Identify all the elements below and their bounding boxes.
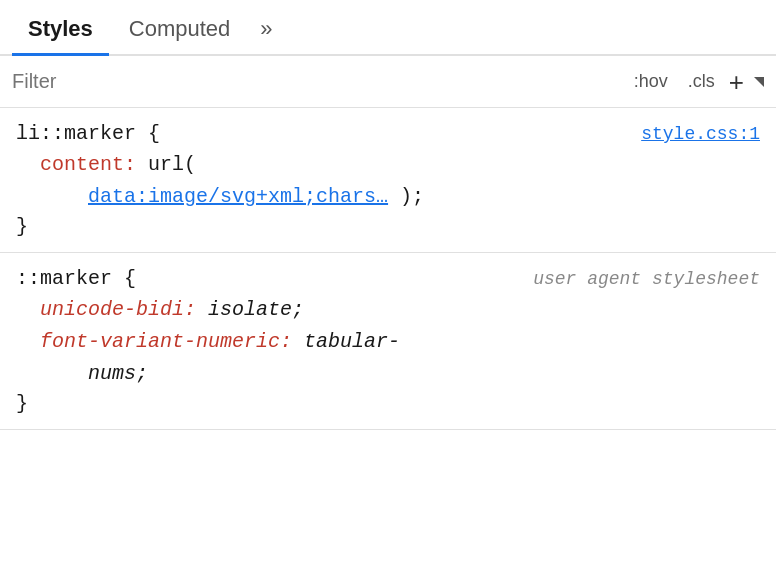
property-value-prefix: url( xyxy=(148,153,196,176)
property-name-font-variant: font-variant-numeric: xyxy=(40,330,292,353)
source-link-1[interactable]: style.css:1 xyxy=(641,124,760,144)
tab-more-label: » xyxy=(260,16,272,41)
rule-body-2: unicode-bidi: isolate; font-variant-nume… xyxy=(40,294,760,390)
resize-handle xyxy=(754,77,764,87)
property-value-font-variant-cont: nums; xyxy=(88,362,148,385)
tab-styles[interactable]: Styles xyxy=(12,4,109,54)
tab-bar: Styles Computed » xyxy=(0,0,776,56)
svg-data-link[interactable]: data:image/svg+xml;chars… xyxy=(88,185,388,208)
property-name-unicode-bidi: unicode-bidi: xyxy=(40,298,196,321)
filter-bar: :hov .cls + xyxy=(0,56,776,108)
property-name-content: content: xyxy=(40,153,136,176)
property-value-unicode-bidi: isolate; xyxy=(208,298,304,321)
hov-button[interactable]: :hov xyxy=(628,67,674,96)
ua-stylesheet-label: user agent stylesheet xyxy=(533,269,760,289)
rule-body-1: content: url( data:image/svg+xml;chars… … xyxy=(40,149,760,213)
filter-input[interactable] xyxy=(12,70,628,93)
tab-styles-label: Styles xyxy=(28,16,93,41)
tab-more[interactable]: » xyxy=(250,4,282,54)
property-line-font-variant-cont: nums; xyxy=(88,358,760,390)
property-line-1: content: url( xyxy=(40,149,760,181)
add-rule-button[interactable]: + xyxy=(729,69,744,95)
property-line-unicode-bidi: unicode-bidi: isolate; xyxy=(40,294,760,326)
rule-header-1: li::marker { style.css:1 xyxy=(16,122,760,145)
property-value-suffix: ); xyxy=(400,185,424,208)
tab-computed-label: Computed xyxy=(129,16,231,41)
rule-header-2: ::marker { user agent stylesheet xyxy=(16,267,760,290)
property-line-font-variant: font-variant-numeric: tabular- xyxy=(40,326,760,358)
property-line-link: data:image/svg+xml;chars… ); xyxy=(88,181,760,213)
cls-button[interactable]: .cls xyxy=(682,67,721,96)
tab-computed[interactable]: Computed xyxy=(113,4,247,54)
property-value-font-variant: tabular- xyxy=(304,330,400,353)
selector-2: ::marker { xyxy=(16,267,136,290)
rule-close-1: } xyxy=(16,215,760,238)
rule-close-2: } xyxy=(16,392,760,415)
selector-1: li::marker { xyxy=(16,122,160,145)
filter-actions: :hov .cls + xyxy=(628,67,764,96)
rule-block-1: li::marker { style.css:1 content: url( d… xyxy=(0,108,776,253)
rules-area: li::marker { style.css:1 content: url( d… xyxy=(0,108,776,574)
rule-block-2: ::marker { user agent stylesheet unicode… xyxy=(0,253,776,430)
